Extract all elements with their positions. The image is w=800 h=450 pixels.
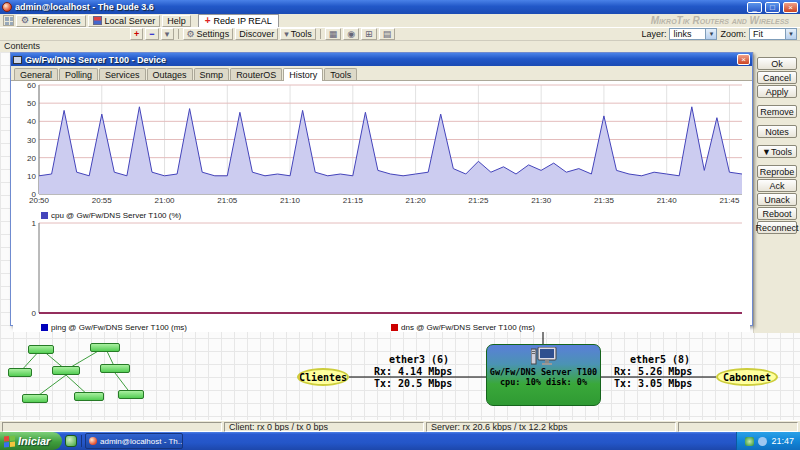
app-icon — [89, 437, 97, 445]
mini-map-node[interactable] — [8, 368, 32, 377]
tab-routeros[interactable]: RouterOS — [230, 68, 282, 80]
close-button[interactable]: × — [783, 2, 798, 13]
grid-toggle-button[interactable]: ▦ — [325, 28, 342, 40]
device-dialog-title: Gw/Fw/DNS Server T100 - Device — [25, 55, 734, 65]
contents-pane-header[interactable]: Contents — [0, 41, 800, 52]
settings-button[interactable]: ⚙ Settings — [183, 28, 234, 40]
gear-icon: ⚙ — [21, 16, 29, 25]
map-tab-rede-ip-real[interactable]: + Rede IP REAL — [198, 14, 279, 27]
start-button[interactable]: Iniciar — [0, 432, 62, 450]
link-name: ether5 (8) — [614, 354, 706, 366]
cancel-button[interactable]: Cancel — [757, 71, 797, 84]
link-rx: Rx: 4.14 Mbps — [374, 366, 464, 378]
mini-map-node[interactable] — [100, 364, 130, 373]
local-server-button[interactable]: Local Server — [88, 15, 161, 27]
svg-text:21:20: 21:20 — [406, 196, 427, 205]
tools-menu-button[interactable]: ▼Tools — [757, 145, 797, 158]
mikrotik-watermark: MikroTik Routers and Wireless — [651, 15, 797, 26]
minimize-button[interactable]: _ — [747, 2, 762, 13]
target-button[interactable]: ◉ — [343, 28, 359, 40]
window-titlebar[interactable]: admin@localhost - The Dude 3.6 _ □ × — [0, 0, 800, 14]
ok-button[interactable]: Ok — [757, 57, 797, 70]
network-node-clientes[interactable]: Clientes — [297, 368, 349, 386]
svg-text:60: 60 — [27, 82, 36, 90]
tab-snmp[interactable]: Snmp — [194, 68, 230, 80]
tab-outages[interactable]: Outages — [147, 68, 193, 80]
mini-map-node[interactable] — [52, 366, 80, 375]
taskbar-clock[interactable]: 21:47 — [771, 436, 794, 446]
svg-text:21:35: 21:35 — [594, 196, 615, 205]
reprobe-button[interactable]: Reprobe — [757, 165, 797, 178]
plus-icon: + — [134, 29, 139, 39]
layer-select[interactable]: links ▾ — [669, 28, 717, 40]
toolbar-separator — [178, 29, 179, 39]
tab-history[interactable]: History — [283, 68, 323, 81]
link-label-ether5: ether5 (8) Rx: 5.26 Mbps Tx: 3.05 Mbps — [614, 354, 706, 390]
device-dialog-titlebar[interactable]: Gw/Fw/DNS Server T100 - Device × — [11, 53, 752, 66]
link-label-ether3: ether3 (6) Rx: 4.14 Mbps Tx: 20.5 Mbps — [374, 354, 464, 390]
svg-text:20: 20 — [27, 154, 36, 163]
tray-icon[interactable] — [758, 437, 767, 446]
svg-text:21:00: 21:00 — [155, 196, 176, 205]
mini-map-node[interactable] — [118, 390, 144, 399]
mini-map-node[interactable] — [22, 394, 48, 403]
reboot-button[interactable]: Reboot — [757, 207, 797, 220]
mini-map-node[interactable] — [74, 392, 104, 401]
svg-text:21:15: 21:15 — [343, 196, 364, 205]
tab-general[interactable]: General — [14, 68, 58, 80]
dialog-close-button[interactable]: × — [737, 54, 750, 65]
map-add-button[interactable]: + — [130, 28, 143, 40]
settings-label: Settings — [197, 29, 230, 39]
tray-icon[interactable] — [745, 437, 754, 446]
help-button[interactable]: Help — [162, 15, 191, 27]
maximize-button[interactable]: □ — [765, 2, 780, 13]
app-icon — [2, 2, 12, 12]
ack-button[interactable]: Ack — [757, 179, 797, 192]
toolbar-separator — [320, 29, 321, 39]
reconnect-button[interactable]: Reconnect — [757, 221, 797, 234]
tab-polling[interactable]: Polling — [59, 68, 98, 80]
chevron-down-icon: ▾ — [284, 30, 289, 39]
status-cell-empty — [2, 422, 222, 432]
tab-tools[interactable]: Tools — [324, 68, 357, 80]
dns-legend-swatch — [391, 324, 398, 331]
link-name: ether3 (6) — [374, 354, 464, 366]
rows-button[interactable]: ▤ — [379, 28, 396, 40]
unack-button[interactable]: Unack — [757, 193, 797, 206]
svg-text:21:40: 21:40 — [657, 196, 678, 205]
device-dialog: Gw/Fw/DNS Server T100 - Device × General… — [10, 52, 753, 326]
layer-label: Layer: — [641, 29, 666, 39]
tools-button[interactable]: ▾ Tools — [280, 28, 316, 40]
target-icon: ◉ — [347, 30, 355, 39]
network-node-server[interactable]: Gw/Fw/DNS Server T100 cpu: 10% disk: 0% — [486, 344, 601, 406]
mini-map-node[interactable] — [28, 345, 54, 354]
tab-services[interactable]: Services — [99, 68, 146, 80]
preferences-button[interactable]: ⚙ Preferences — [16, 15, 86, 27]
discover-button[interactable]: Discover — [235, 28, 278, 40]
network-node-cabonnet[interactable]: Cabonnet — [716, 368, 778, 386]
svg-text:50: 50 — [27, 99, 36, 108]
apply-button[interactable]: Apply — [757, 85, 797, 98]
svg-text:10: 10 — [27, 172, 36, 181]
map-toolbar: + − ▾ ⚙ Settings Discover ▾ Tools ▦ ◉ ⊞ … — [0, 27, 800, 41]
history-panel: 20:5020:5521:0021:0521:1021:1521:2021:25… — [11, 80, 752, 325]
map-remove-button[interactable]: − — [145, 28, 158, 40]
remove-button[interactable]: Remove — [757, 105, 797, 118]
grid-icon[interactable] — [3, 15, 14, 26]
map-dropdown-button[interactable]: ▾ — [161, 28, 174, 40]
desktop: Clientes Cabonnet ether3 (6) Rx: 4.14 Mb… — [0, 0, 800, 450]
svg-text:21:45: 21:45 — [719, 196, 740, 205]
svg-text:21:25: 21:25 — [468, 196, 489, 205]
svg-text:0: 0 — [32, 190, 37, 199]
ping-dns-history-chart: 01 — [13, 220, 748, 318]
zoom-select[interactable]: Fit ▾ — [749, 28, 797, 40]
quick-launch-icon[interactable] — [65, 435, 77, 447]
mini-map-node[interactable] — [90, 343, 120, 352]
map-tab-label: Rede IP REAL — [214, 16, 272, 26]
taskbar-item-dude[interactable]: admin@localhost - Th... — [85, 433, 183, 449]
svg-text:40: 40 — [27, 117, 36, 126]
grid-icon: ▦ — [329, 30, 338, 39]
rows-icon: ▤ — [383, 30, 392, 39]
notes-button[interactable]: Notes — [757, 125, 797, 138]
window-button[interactable]: ⊞ — [361, 28, 377, 40]
